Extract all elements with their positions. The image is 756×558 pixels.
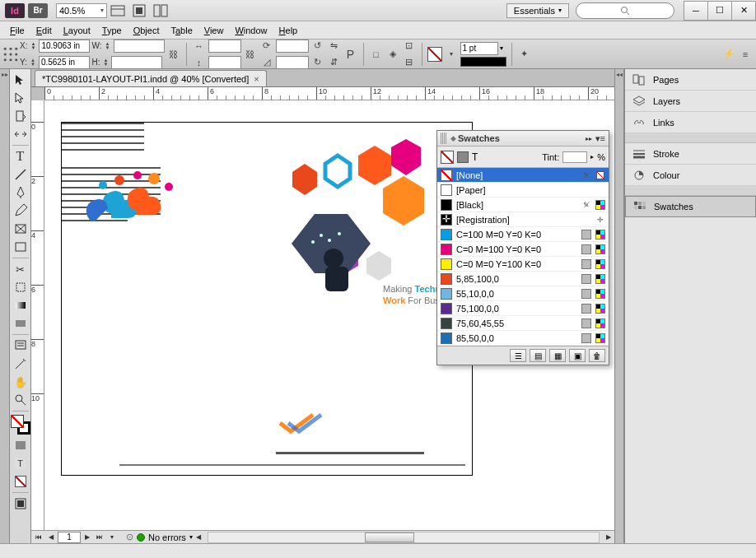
w-field[interactable]: [114, 40, 165, 53]
new-swatch-button[interactable]: ▣: [569, 349, 586, 362]
view-mode-tool[interactable]: [11, 495, 30, 513]
panel-layers[interactable]: Layers: [625, 91, 756, 112]
page-number-field[interactable]: [58, 532, 81, 543]
select-content-icon[interactable]: ◈: [385, 47, 400, 62]
line-tool[interactable]: [11, 165, 30, 184]
pencil-tool[interactable]: [11, 202, 30, 220]
panel-links[interactable]: Links: [625, 112, 756, 133]
close-button[interactable]: ✕: [731, 1, 756, 21]
gradient-swatch-tool[interactable]: [11, 296, 30, 314]
scissors-tool[interactable]: ✂: [11, 260, 30, 278]
menu-edit[interactable]: Edit: [31, 24, 57, 37]
minimize-button[interactable]: ─: [684, 1, 708, 21]
swatch-row[interactable]: C=0 M=0 Y=100 K=0: [437, 257, 609, 272]
left-dock-collapse[interactable]: ▸▸: [0, 69, 10, 543]
rectangle-frame-tool[interactable]: [11, 220, 30, 238]
fill-dropdown[interactable]: ▾: [444, 47, 459, 62]
gap-tool[interactable]: [11, 125, 30, 143]
swatch-row[interactable]: 5,85,100,0: [437, 272, 609, 286]
horizontal-ruler[interactable]: 02468101214161820: [44, 87, 614, 100]
swatch-row[interactable]: C=0 M=100 Y=0 K=0: [437, 242, 609, 257]
swatch-row[interactable]: C=100 M=0 Y=0 K=0: [437, 227, 609, 242]
swatch-row[interactable]: 75,60,45,55: [437, 316, 609, 331]
rotate-ccw-icon[interactable]: ↺: [310, 39, 325, 53]
x-stepper[interactable]: ▲▼: [29, 39, 37, 53]
arrange-docs-icon[interactable]: [150, 0, 171, 21]
note-tool[interactable]: [11, 337, 30, 355]
panel-pages[interactable]: Pages: [625, 69, 756, 91]
free-transform-tool[interactable]: [11, 278, 30, 296]
quick-apply-icon[interactable]: ⚡: [721, 47, 736, 62]
show-grid-icon[interactable]: ▦: [549, 349, 566, 362]
menu-type[interactable]: Type: [97, 24, 127, 37]
shear-field[interactable]: [276, 56, 309, 69]
show-small-list-icon[interactable]: ▤: [530, 349, 546, 362]
swatch-container-toggle[interactable]: [457, 151, 469, 163]
eyedropper-tool[interactable]: [11, 355, 30, 373]
panel-colour[interactable]: Colour: [625, 165, 756, 186]
constrain-icon[interactable]: ⛓: [166, 47, 181, 62]
swatch-row[interactable]: [None]✎̸: [437, 168, 609, 183]
panel-menu-icon[interactable]: ▾≡: [595, 133, 605, 144]
flip-proxy-icon[interactable]: P: [343, 47, 358, 62]
h-scrollbar[interactable]: [208, 532, 600, 543]
fitting-icon-1[interactable]: ⊡: [402, 39, 417, 53]
fill-stroke-proxy[interactable]: [11, 413, 30, 436]
swatch-row[interactable]: [Paper]: [437, 183, 609, 198]
swatch-fill-proxy[interactable]: [441, 151, 454, 164]
gradient-feather-tool[interactable]: [11, 314, 30, 332]
panel-swatches[interactable]: Swatches: [625, 196, 756, 217]
last-page-button[interactable]: ⏭: [94, 532, 105, 543]
prev-page-button[interactable]: ◀: [45, 532, 57, 543]
next-page-button[interactable]: ▶: [82, 532, 93, 543]
menu-help[interactable]: Help: [274, 24, 303, 37]
type-tool[interactable]: T: [11, 147, 30, 165]
swatch-row[interactable]: 85,50,0,0: [437, 331, 609, 346]
page-tool[interactable]: [11, 107, 30, 125]
rotation-field[interactable]: [276, 40, 309, 53]
flip-h-icon[interactable]: ⇋: [327, 39, 342, 53]
y-stepper[interactable]: ▲▼: [29, 55, 37, 70]
swatches-panel-title[interactable]: ◆ Swatches ▸▸ ▾≡: [437, 131, 609, 146]
menu-file[interactable]: File: [5, 24, 30, 37]
right-dock-collapse[interactable]: ◂◂: [614, 69, 624, 543]
select-container-icon[interactable]: □: [369, 47, 384, 62]
swatch-row[interactable]: [Registration]✛: [437, 212, 609, 227]
apply-none-icon[interactable]: [11, 472, 30, 491]
view-options-icon[interactable]: [107, 0, 128, 21]
w-stepper[interactable]: ▲▼: [104, 39, 112, 53]
scale-y-field[interactable]: [208, 56, 241, 69]
menu-layout[interactable]: Layout: [58, 24, 96, 37]
bridge-icon[interactable]: Br: [28, 3, 48, 18]
x-field[interactable]: [39, 40, 90, 53]
menu-table[interactable]: Table: [166, 24, 197, 37]
formatting-text-icon[interactable]: T: [11, 454, 30, 472]
constrain-scale-icon[interactable]: ⛓: [243, 47, 258, 62]
rotate-cw-icon[interactable]: ↻: [310, 55, 325, 70]
h-field[interactable]: [111, 56, 162, 69]
tint-field[interactable]: [562, 151, 587, 163]
swatch-row[interactable]: [Black]✎̸: [437, 198, 609, 212]
reference-point-proxy[interactable]: [3, 47, 18, 62]
search-box[interactable]: [576, 2, 674, 19]
formatting-container-icon[interactable]: [11, 436, 30, 454]
swatch-row[interactable]: 75,100,0,0: [437, 301, 609, 316]
menu-object[interactable]: Object: [128, 24, 165, 37]
panel-stroke[interactable]: Stroke: [625, 143, 756, 165]
fitting-icon-2[interactable]: ⊟: [402, 55, 417, 70]
menu-view[interactable]: View: [199, 24, 229, 37]
panel-collapse-icon[interactable]: ▸▸: [586, 135, 592, 142]
swatch-row[interactable]: 55,10,0,0: [437, 286, 609, 301]
flip-v-icon[interactable]: ⇵: [327, 55, 342, 70]
hand-tool[interactable]: ✋: [11, 373, 30, 391]
preflight-popup-icon[interactable]: ⊙: [126, 532, 133, 542]
direct-selection-tool[interactable]: [11, 89, 30, 107]
effects-icon[interactable]: ✦: [517, 47, 532, 62]
scroll-right-button[interactable]: ▶: [603, 532, 614, 543]
rectangle-tool[interactable]: [11, 238, 30, 256]
zoom-combo[interactable]: 40.5%: [56, 3, 107, 18]
fill-proxy[interactable]: [427, 47, 442, 62]
vertical-ruler[interactable]: 0246810: [31, 100, 44, 530]
pen-tool[interactable]: [11, 184, 30, 202]
scroll-left-button[interactable]: ◀: [193, 532, 204, 543]
